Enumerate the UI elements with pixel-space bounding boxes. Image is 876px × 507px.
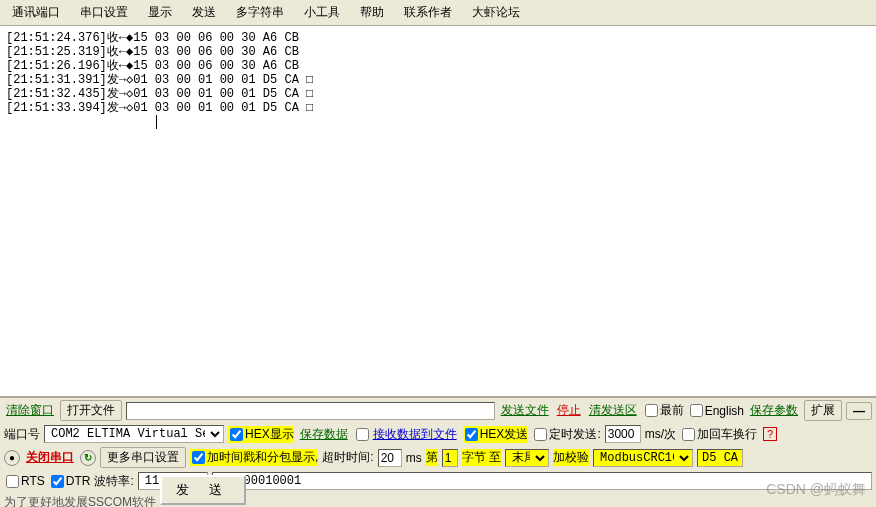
save-params-button[interactable]: 保存参数 [748,402,800,419]
open-file-button[interactable]: 打开文件 [60,400,122,421]
menu-item[interactable]: 联系作者 [396,2,460,23]
port-label: 端口号 [4,426,40,443]
timed-send-checkbox[interactable]: 定时发送: [532,426,600,443]
port-status-icon: ● [4,450,20,466]
hex-display-checkbox[interactable]: HEX显示 [228,426,294,443]
nth-input[interactable] [442,449,458,467]
crc-type-select[interactable]: ModbusCRC16 [593,449,693,467]
more-settings-button[interactable]: 更多串口设置 [100,447,186,468]
dtr-checkbox[interactable]: DTR [49,474,91,488]
menu-item[interactable]: 显示 [140,2,180,23]
save-data-button[interactable]: 保存数据 [298,426,350,443]
timed-unit-label: ms/次 [645,426,676,443]
control-panel: 清除窗口 打开文件 发送文件 停止 清发送区 最前 English 保存参数 扩… [0,396,876,507]
expand-button[interactable]: 扩展 [804,400,842,421]
add-crc-label: 加校验 [553,449,589,466]
refresh-icon[interactable]: ↻ [80,450,96,466]
menu-item[interactable]: 多字符串 [228,2,292,23]
minimize-button[interactable]: — [846,402,872,420]
menu-item[interactable]: 串口设置 [72,2,136,23]
menu-item[interactable]: 通讯端口 [4,2,68,23]
close-port-button[interactable]: 关闭串口 [24,449,76,466]
rts-checkbox[interactable]: RTS [4,474,45,488]
nth-label: 第 [426,449,438,466]
clear-window-button[interactable]: 清除窗口 [4,402,56,419]
log-output[interactable]: [21:51:24.376]收←◆15 03 00 06 00 30 A6 CB… [0,26,876,396]
menu-item[interactable]: 小工具 [296,2,348,23]
cr-append-checkbox[interactable]: 加回车换行 [680,426,757,443]
menu-bar: 通讯端口 串口设置 显示 发送 多字符串 小工具 帮助 联系作者 大虾论坛 [0,0,876,26]
file-path-input[interactable] [126,402,495,420]
baud-label: 波特率: [94,473,133,490]
send-button[interactable]: 发 送 [160,475,246,505]
recv-to-file-checkbox[interactable]: 接收数据到文件 [354,426,459,443]
english-checkbox[interactable]: English [688,404,744,418]
menu-item[interactable]: 帮助 [352,2,392,23]
timeout-label: 超时时间: [322,449,373,466]
hex-send-checkbox[interactable]: HEX发送 [463,426,529,443]
port-select[interactable]: COM2 ELTIMA Virtual Serial [44,425,224,443]
byte-to-label: 字节 至 [462,449,501,466]
watermark: CSDN @蚂蚁舞 [766,481,866,499]
timed-interval-input[interactable] [605,425,641,443]
end-select[interactable]: 末尾 [505,449,549,467]
crc-value: D5 CA [697,449,743,467]
menu-item[interactable]: 发送 [184,2,224,23]
help-icon[interactable]: ? [763,427,777,441]
clear-send-button[interactable]: 清发送区 [587,402,639,419]
top-checkbox[interactable]: 最前 [643,402,684,419]
send-file-button[interactable]: 发送文件 [499,402,551,419]
timeout-input[interactable] [378,449,402,467]
stop-button[interactable]: 停止 [555,402,583,419]
promo-text: 为了更好地发展SSCOM软件 [4,494,156,507]
menu-item[interactable]: 大虾论坛 [464,2,528,23]
timeout-unit: ms [406,451,422,465]
timestamp-checkbox[interactable]: 加时间戳和分包显示, [190,449,318,466]
